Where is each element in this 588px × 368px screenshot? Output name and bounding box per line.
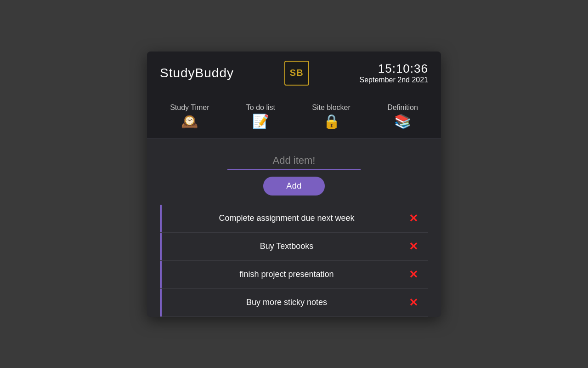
datetime: 15:10:36 September 2nd 2021 xyxy=(360,62,428,84)
list-item: finish project presentation ✕ xyxy=(160,261,428,289)
tab-definition[interactable]: Definition 📚 xyxy=(380,101,425,131)
app-title: StudyBuddy xyxy=(160,66,234,80)
study-timer-icon: 🕰️ xyxy=(181,115,198,128)
todo-item-text: Complete assignment due next week xyxy=(160,213,406,223)
tab-study-timer[interactable]: Study Timer 🕰️ xyxy=(163,101,216,131)
add-section: Add xyxy=(160,152,428,196)
tab-site-blocker[interactable]: Site blocker 🔒 xyxy=(305,101,358,131)
tab-study-timer-label: Study Timer xyxy=(170,104,209,112)
list-item: Complete assignment due next week ✕ xyxy=(160,205,428,233)
item-border xyxy=(160,289,162,316)
todo-list-icon: 📝 xyxy=(252,115,269,128)
delete-item-button[interactable]: ✕ xyxy=(406,297,421,308)
todo-list[interactable]: Complete assignment due next week ✕ Buy … xyxy=(160,205,428,317)
list-item: Buy Textbooks ✕ xyxy=(160,233,428,261)
tab-definition-label: Definition xyxy=(387,104,418,112)
list-item: Buy more sticky notes ✕ xyxy=(160,289,428,317)
item-border xyxy=(160,261,162,288)
tab-site-blocker-label: Site blocker xyxy=(312,104,351,112)
nav-tabs: Study Timer 🕰️ To do list 📝 Site blocker… xyxy=(147,95,441,139)
delete-item-button[interactable]: ✕ xyxy=(406,213,421,224)
tab-todo-list[interactable]: To do list 📝 xyxy=(239,101,283,131)
time-display: 15:10:36 xyxy=(360,62,428,76)
delete-item-button[interactable]: ✕ xyxy=(406,241,421,252)
todo-item-text: Buy Textbooks xyxy=(160,242,406,251)
site-blocker-icon: 🔒 xyxy=(323,115,340,128)
definition-icon: 📚 xyxy=(394,115,411,128)
tab-todo-list-label: To do list xyxy=(246,104,275,112)
add-item-button[interactable]: Add xyxy=(263,177,325,196)
date-display: September 2nd 2021 xyxy=(360,76,428,84)
main-content: Add Complete assignment due next week ✕ … xyxy=(147,139,441,317)
todo-item-text: Buy more sticky notes xyxy=(160,298,406,307)
item-border xyxy=(160,233,162,260)
todo-item-text: finish project presentation xyxy=(160,270,406,279)
item-border xyxy=(160,205,162,232)
header: StudyBuddy SB 15:10:36 September 2nd 202… xyxy=(147,52,441,95)
delete-item-button[interactable]: ✕ xyxy=(406,269,421,280)
logo-badge: SB xyxy=(284,61,309,86)
add-item-input[interactable] xyxy=(227,152,361,170)
app-container: StudyBuddy SB 15:10:36 September 2nd 202… xyxy=(147,52,441,317)
